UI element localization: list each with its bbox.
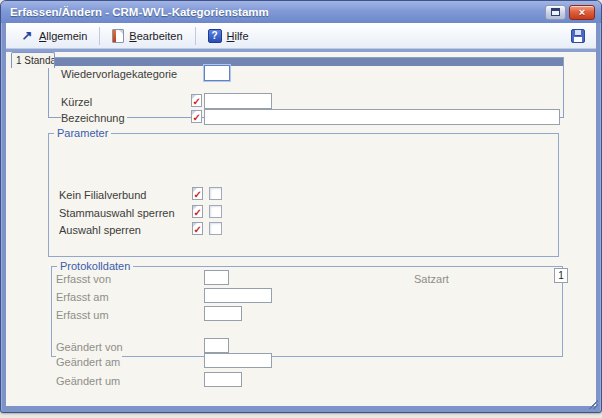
- window-title: Erfassen/Ändern - CRM-WVL-Kategorienstam…: [10, 6, 545, 18]
- close-button[interactable]: ×: [569, 5, 595, 20]
- window-body: ↗ Allgemein Bearbeiten ? Hilfe 1 Standar…: [6, 23, 596, 406]
- allgemein-button[interactable]: ↗ Allgemein: [12, 26, 95, 46]
- stammauswahl-sperren-label: Stammauswahl sperren: [59, 207, 177, 219]
- red-check-icon: ✓: [194, 207, 202, 219]
- restore-button[interactable]: [545, 5, 566, 20]
- kuerzel-input[interactable]: [204, 93, 272, 109]
- satzart-value: 1: [554, 268, 568, 283]
- toolbar: ↗ Allgemein Bearbeiten ? Hilfe: [6, 23, 596, 49]
- toolbar-separator: [99, 27, 100, 45]
- form-area: 1 Standard Wiedervorlagekategorie Kürzel…: [6, 52, 596, 406]
- satzart-label: Satzart: [414, 273, 451, 285]
- save-button[interactable]: [568, 26, 588, 46]
- wiedervorlagekategorie-label: Wiedervorlagekategorie: [61, 68, 179, 80]
- group-header-band: [49, 58, 563, 66]
- geaendert-am-label: Geändert am: [56, 356, 122, 368]
- toolbar-separator: [195, 27, 196, 45]
- hilfe-button[interactable]: ? Hilfe: [200, 26, 257, 46]
- stammauswahl-sperren-checkbox[interactable]: [209, 205, 222, 218]
- titlebar: Erfassen/Ändern - CRM-WVL-Kategorienstam…: [1, 1, 601, 23]
- red-check-icon: ✓: [194, 189, 202, 201]
- protokolldaten-group: Protokolldaten: [51, 266, 563, 357]
- red-check-icon: ✓: [194, 224, 202, 236]
- red-check-icon: ✓: [193, 112, 201, 124]
- arrow-up-right-icon: ↗: [20, 29, 34, 43]
- kein-filialverbund-checkbox[interactable]: [209, 187, 222, 200]
- red-check-icon: ✓: [193, 96, 201, 108]
- geaendert-um-label: Geändert um: [56, 375, 122, 387]
- erfasst-am-label: Erfasst am: [56, 291, 111, 303]
- auswahl-sperren-label: Auswahl sperren: [59, 224, 143, 236]
- protokolldaten-group-title: Protokolldaten: [57, 260, 133, 272]
- restore-icon: [551, 8, 560, 16]
- app-window: Erfassen/Ändern - CRM-WVL-Kategorienstam…: [0, 0, 602, 413]
- wiedervorlagekategorie-input[interactable]: [204, 65, 230, 81]
- mandatory-icon: ✓: [192, 187, 203, 200]
- erfasst-am-input[interactable]: [204, 288, 272, 303]
- kuerzel-label: Kürzel: [61, 96, 94, 108]
- resize-grip[interactable]: [587, 398, 598, 409]
- tab-standard[interactable]: 1 Standard: [11, 52, 55, 68]
- hilfe-label: Hilfe: [227, 30, 249, 42]
- geaendert-von-label: Geändert von: [56, 341, 125, 353]
- erfasst-von-label: Erfasst von: [56, 273, 113, 285]
- bezeichnung-input[interactable]: [204, 109, 560, 125]
- window-controls: ×: [545, 5, 595, 20]
- geaendert-um-input[interactable]: [204, 372, 242, 387]
- bezeichnung-label: Bezeichnung: [61, 112, 127, 124]
- bearbeiten-button[interactable]: Bearbeiten: [104, 26, 190, 46]
- bearbeiten-label: Bearbeiten: [129, 30, 182, 42]
- erfasst-um-label: Erfasst um: [56, 309, 111, 321]
- mandatory-icon: ✓: [191, 110, 202, 123]
- kein-filialverbund-label: Kein Filialverbund: [59, 189, 148, 201]
- save-floppy-icon: [571, 29, 585, 43]
- parameter-group: Parameter Kein Filialverbund ✓ Stammausw…: [48, 133, 559, 257]
- mandatory-icon: ✓: [191, 94, 202, 107]
- parameter-group-title: Parameter: [54, 127, 111, 139]
- geaendert-am-input[interactable]: [204, 353, 272, 368]
- erfasst-um-input[interactable]: [204, 306, 242, 321]
- auswahl-sperren-checkbox[interactable]: [209, 222, 222, 235]
- mandatory-icon: ✓: [192, 205, 203, 218]
- geaendert-von-input[interactable]: [204, 338, 229, 353]
- erfasst-von-input[interactable]: [204, 270, 229, 285]
- edit-note-icon: [112, 29, 124, 43]
- allgemein-label: Allgemein: [39, 30, 87, 42]
- help-icon: ?: [208, 29, 222, 43]
- close-icon: ×: [579, 7, 585, 18]
- mandatory-icon: ✓: [192, 222, 203, 235]
